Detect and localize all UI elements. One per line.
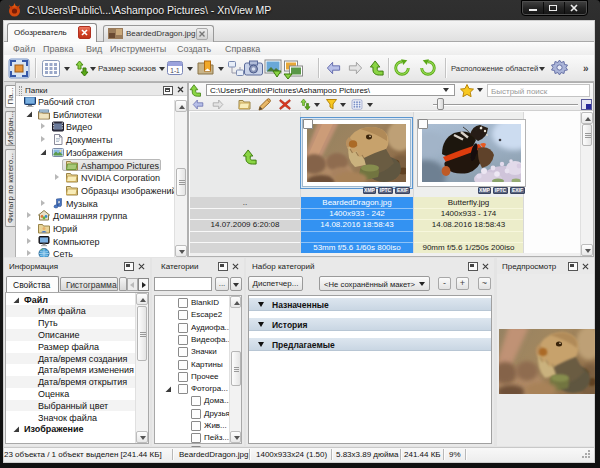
svg-text:1-1: 1-1	[170, 67, 180, 74]
